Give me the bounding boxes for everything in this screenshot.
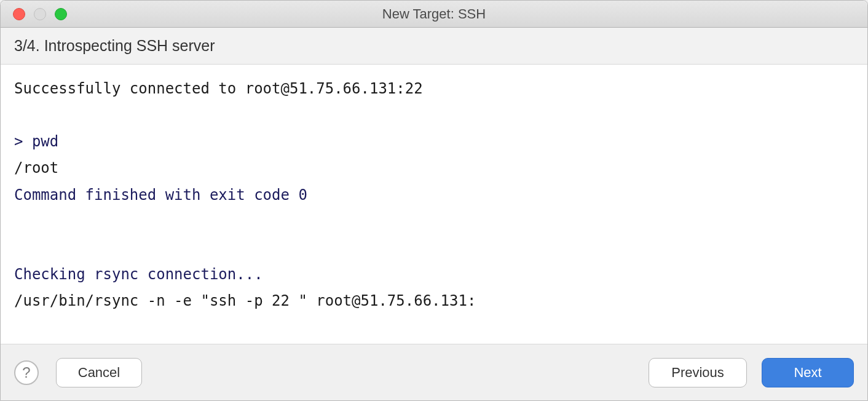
window-controls [1, 8, 67, 20]
blank-line [14, 208, 854, 235]
status-line: Successfully connected to root@51.75.66.… [14, 76, 854, 102]
dialog-window: New Target: SSH 3/4. Introspecting SSH s… [0, 0, 868, 401]
command-line: > pwd [14, 129, 854, 155]
help-icon: ? [22, 364, 30, 381]
blank-line [14, 102, 854, 129]
help-button[interactable]: ? [14, 360, 39, 385]
button-label: Next [794, 365, 821, 381]
terminal-output: Successfully connected to root@51.75.66.… [1, 65, 867, 344]
status-line: Checking rsync connection... [14, 261, 854, 288]
minimize-icon [34, 8, 46, 20]
status-line: Command finished with exit code 0 [14, 182, 854, 208]
window-title: New Target: SSH [1, 6, 867, 22]
output-line: /root [14, 155, 854, 181]
titlebar: New Target: SSH [1, 1, 867, 28]
cancel-button[interactable]: Cancel [56, 358, 142, 387]
previous-button[interactable]: Previous [649, 358, 747, 387]
maximize-icon[interactable] [55, 8, 67, 20]
step-label: 3/4. Introspecting SSH server [14, 37, 215, 55]
button-label: Previous [671, 365, 724, 381]
next-button[interactable]: Next [762, 358, 854, 387]
close-icon[interactable] [13, 8, 25, 20]
blank-line [14, 235, 854, 261]
button-label: Cancel [78, 365, 120, 381]
command-line: /usr/bin/rsync -n -e "ssh -p 22 " root@5… [14, 288, 854, 314]
step-header: 3/4. Introspecting SSH server [1, 28, 867, 65]
dialog-footer: ? Cancel Previous Next [1, 344, 867, 400]
